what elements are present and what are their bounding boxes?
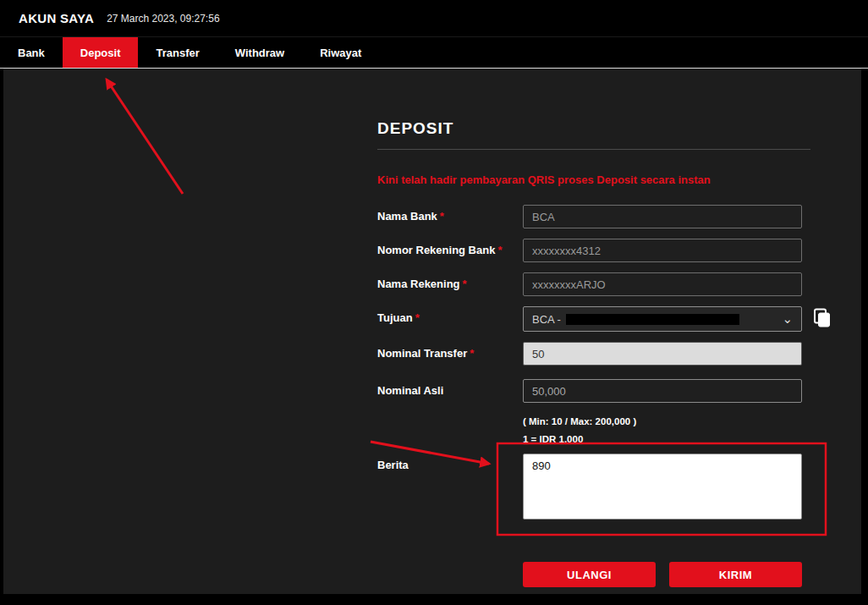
tab-bank[interactable]: Bank <box>0 37 63 68</box>
nominal-transfer-label: Nominal Transfer* <box>377 342 523 366</box>
field-row-nominal-transfer: Nominal Transfer* <box>377 342 810 366</box>
copy-icon[interactable] <box>812 308 832 330</box>
page-title: DEPOSIT <box>377 119 810 138</box>
nomor-rekening-label: Nomor Rekening Bank* <box>377 239 523 262</box>
required-marker: * <box>497 244 502 256</box>
datetime: 27 March 2023, 09:27:56 <box>107 13 219 25</box>
deposit-form: DEPOSIT Kini telah hadir pembayaran QRIS… <box>377 119 810 587</box>
nominal-asli-label: Nominal Asli <box>377 379 523 403</box>
content: DEPOSIT Kini telah hadir pembayaran QRIS… <box>0 69 868 604</box>
nama-bank-input[interactable] <box>523 205 802 228</box>
tujuan-label: Tujuan* <box>377 306 523 332</box>
nama-rekening-label: Nama Rekening* <box>377 272 523 296</box>
tujuan-select[interactable]: BCA - ⌄ <box>523 306 802 332</box>
field-row-berita: Berita 890 <box>377 454 810 523</box>
min-max-hint: ( Min: 10 / Max: 200,000 ) <box>523 413 810 431</box>
page: AKUN SAYA 27 March 2023, 09:27:56 Bank D… <box>0 0 868 605</box>
ulangi-button[interactable]: ULANGI <box>523 562 656 587</box>
required-marker: * <box>415 311 420 324</box>
tab-withdraw[interactable]: Withdraw <box>217 37 302 68</box>
berita-textarea[interactable]: 890 <box>523 454 802 520</box>
required-marker: * <box>470 347 474 360</box>
field-row-nama-rekening: Nama Rekening* <box>377 272 810 296</box>
form-actions: ULANGI KIRIM <box>523 562 802 587</box>
berita-label: Berita <box>377 454 523 523</box>
tujuan-selected-value: BCA - <box>532 313 564 326</box>
brand-title: AKUN SAYA <box>19 11 94 25</box>
nomor-rekening-input[interactable] <box>523 239 802 262</box>
navbar: Bank Deposit Transfer Withdraw Riwayat <box>0 37 868 69</box>
kirim-button[interactable]: KIRIM <box>669 562 802 587</box>
field-row-nama-bank: Nama Bank* <box>377 205 810 228</box>
field-row-tujuan: Tujuan* BCA - ⌄ <box>377 306 810 332</box>
chevron-down-icon: ⌄ <box>782 315 793 323</box>
redacted-account-number <box>566 314 739 325</box>
required-marker: * <box>463 278 467 290</box>
field-row-nomor-rekening: Nomor Rekening Bank* <box>377 239 810 262</box>
rate-hint: 1 = IDR 1,000 <box>523 431 810 448</box>
nominal-asli-input[interactable] <box>523 379 802 403</box>
tab-riwayat[interactable]: Riwayat <box>302 37 379 68</box>
tab-transfer[interactable]: Transfer <box>138 37 217 68</box>
tab-deposit[interactable]: Deposit <box>63 37 139 68</box>
nama-bank-label: Nama Bank* <box>377 205 523 228</box>
nominal-transfer-input[interactable] <box>523 342 802 366</box>
qris-notice: Kini telah hadir pembayaran QRIS proses … <box>377 173 810 186</box>
hints: ( Min: 10 / Max: 200,000 ) 1 = IDR 1,000 <box>523 413 810 448</box>
title-divider <box>377 149 810 150</box>
required-marker: * <box>440 210 444 223</box>
field-row-nominal-asli: Nominal Asli <box>377 379 810 403</box>
topbar: AKUN SAYA 27 March 2023, 09:27:56 <box>0 0 868 37</box>
nama-rekening-input[interactable] <box>523 272 802 296</box>
